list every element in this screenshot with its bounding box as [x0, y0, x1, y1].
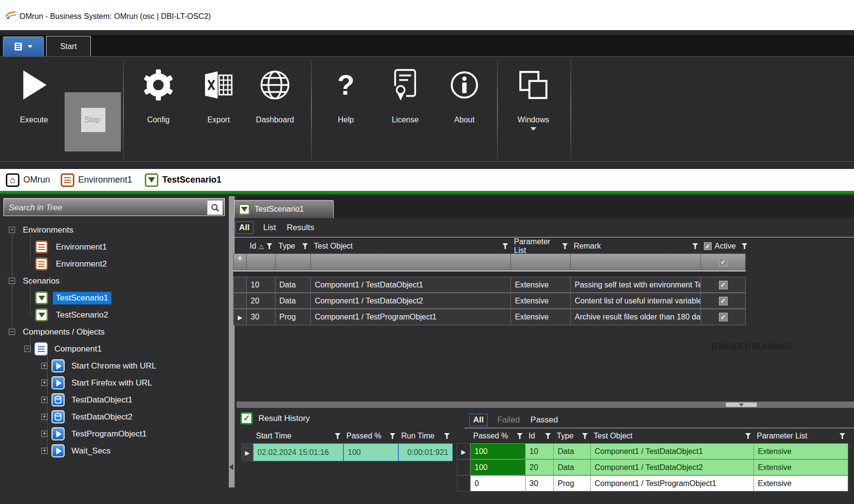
config-button[interactable]: Config	[135, 68, 182, 146]
column-header-start-time[interactable]: Start Time	[253, 429, 343, 443]
tabs-underline	[464, 428, 854, 428]
scenario-grid-row-30[interactable]: 30 Prog Component1 / TestProgramObject1 …	[233, 309, 746, 325]
collapse-icon[interactable]	[9, 227, 15, 233]
collapse-down-icon[interactable]	[726, 403, 757, 407]
filter-icon[interactable]	[839, 433, 845, 439]
filter-icon[interactable]	[517, 433, 523, 439]
column-header-id[interactable]: Id	[247, 239, 275, 253]
scenario-icon	[35, 291, 48, 304]
column-header-active[interactable]: Active	[701, 239, 746, 253]
stop-button[interactable]: Stop	[69, 68, 116, 146]
tree-item-wait-secs[interactable]: Wait_Secs	[41, 442, 114, 459]
filter-icon[interactable]	[335, 433, 341, 439]
column-header-id[interactable]: Id	[526, 429, 554, 443]
tree-item-testscenario1[interactable]: TestScenario1	[35, 289, 111, 306]
filter-icon[interactable]	[562, 243, 568, 249]
execute-button[interactable]: Execute	[11, 68, 57, 146]
tree-item-component1[interactable]: Component1	[24, 340, 104, 357]
column-header-type[interactable]: Type	[275, 239, 311, 253]
column-header-test-object[interactable]: Test Object	[591, 429, 754, 443]
filter-icon[interactable]	[267, 243, 273, 249]
export-button[interactable]: Export	[195, 68, 242, 146]
results-row-10[interactable]: 100 10 Data Component1 / TestDataObject1…	[457, 443, 848, 459]
tree-item-components-objects[interactable]: Components / Objects	[9, 323, 107, 340]
column-header-remark[interactable]: Remark	[571, 239, 701, 253]
column-header-passed-pct[interactable]: Passed %	[343, 429, 398, 443]
application-menu-button[interactable]	[3, 36, 44, 57]
search-button[interactable]	[207, 200, 223, 215]
tab-all[interactable]: All	[235, 221, 254, 234]
results-row-20[interactable]: 100 20 Data Component1 / TestDataObject2…	[457, 459, 848, 475]
filter-icon[interactable]	[390, 433, 395, 439]
tree-item-start-firefox-with-url[interactable]: Start Firefox with URL	[41, 374, 155, 391]
tree-item-start-chrome-with-url[interactable]: Start Chrome with URL	[41, 357, 159, 374]
expand-icon[interactable]	[41, 431, 48, 437]
column-header-parameter-list[interactable]: Parameter List	[511, 239, 571, 253]
help-button[interactable]: ? Help	[323, 68, 369, 146]
tree-item-environments[interactable]: Environments	[9, 221, 76, 238]
horizontal-splitter[interactable]	[237, 402, 854, 408]
active-checkbox[interactable]	[719, 281, 728, 289]
expand-icon[interactable]	[41, 397, 48, 403]
collapse-left-icon[interactable]	[229, 464, 233, 470]
tab-results-all[interactable]: All	[469, 414, 488, 426]
title-bar: OMrun - Business System: OMrun (osc | DB…	[0, 0, 854, 31]
filter-icon[interactable]	[545, 433, 551, 439]
tab-results[interactable]: Results	[286, 221, 315, 234]
active-checkbox[interactable]	[719, 297, 728, 305]
tree-item-environment1[interactable]: Environment1	[35, 238, 110, 255]
breadcrumb-item-testscenario1[interactable]: TestScenario1	[145, 173, 222, 187]
tree-item-scenarios[interactable]: Scenarios	[9, 272, 63, 289]
tab-results-failed[interactable]: Failed	[496, 414, 521, 426]
scenario-grid-row-10[interactable]: 10 Data Component1 / TestDataObject1 Ext…	[233, 277, 746, 293]
tab-list[interactable]: List	[262, 221, 277, 234]
ribbon-bottom-line	[0, 161, 854, 162]
column-header-test-object[interactable]: Test Object	[311, 239, 511, 253]
filter-icon[interactable]	[302, 243, 308, 249]
expand-icon[interactable]	[41, 380, 48, 386]
collapse-icon[interactable]	[9, 329, 15, 335]
filter-icon[interactable]	[745, 433, 751, 439]
results-row-30[interactable]: 0 30 Prog Component1 / TestProgramObject…	[457, 475, 848, 491]
column-header-type[interactable]: Type	[554, 429, 591, 443]
column-header-run-time[interactable]: Run Time	[398, 429, 453, 443]
active-checkbox[interactable]	[719, 313, 728, 321]
expand-icon[interactable]	[41, 363, 48, 369]
license-button[interactable]: License	[382, 68, 428, 146]
collapse-icon[interactable]	[9, 278, 15, 284]
breadcrumb-item-environment1[interactable]: Environment1	[61, 173, 132, 187]
expand-icon[interactable]	[41, 448, 48, 454]
progress-bar	[0, 191, 854, 194]
grid-new-row[interactable]	[233, 253, 746, 270]
expand-icon[interactable]	[41, 414, 48, 420]
scenario-grid-row-20[interactable]: 20 Data Component1 / TestDataObject2 Ext…	[233, 293, 746, 309]
result-history-row[interactable]: 02.02.2024 15:01:16 100 0:00:01:921	[241, 443, 453, 461]
tree-item-environment2[interactable]: Environment2	[35, 255, 110, 272]
collapse-icon[interactable]	[24, 346, 31, 352]
about-button[interactable]: About	[441, 68, 488, 146]
result-history-panel-title: Result History	[240, 412, 310, 424]
tree-item-testscenario2[interactable]: TestScenario2	[35, 306, 111, 323]
breadcrumb-item-omrun[interactable]: OMrun	[6, 173, 50, 187]
filter-icon[interactable]	[742, 243, 748, 249]
dashboard-button[interactable]: Dashboard	[252, 68, 298, 146]
tree-item-testprogramobject1[interactable]: TestProgramObject1	[41, 425, 150, 442]
windows-button[interactable]: Windows	[510, 68, 557, 146]
chevron-down-icon	[530, 127, 536, 131]
tree-item-testdataobject1[interactable]: TestDataObject1	[41, 391, 136, 408]
window-title: OMrun - Business System: OMrun (osc | DB…	[19, 12, 211, 21]
filter-icon[interactable]	[502, 243, 508, 249]
active-checkbox[interactable]	[719, 258, 728, 267]
filter-icon[interactable]	[582, 433, 588, 439]
tree-item-testdataobject2[interactable]: TestDataObject2	[41, 408, 136, 425]
column-header-parameter-list[interactable]: Parameter List	[754, 429, 848, 443]
tab-results-passed[interactable]: Passed	[529, 414, 559, 426]
sort-ascending-icon	[259, 243, 263, 250]
filter-icon[interactable]	[444, 433, 450, 439]
column-header-passed-pct[interactable]: Passed %	[470, 429, 526, 443]
filter-icon[interactable]	[692, 243, 698, 249]
search-input[interactable]	[8, 201, 199, 215]
document-tab-testscenario1[interactable]: TestScenario1	[234, 200, 334, 218]
checkbox-checked-icon[interactable]	[704, 242, 712, 250]
tab-start[interactable]: Start	[46, 36, 91, 57]
